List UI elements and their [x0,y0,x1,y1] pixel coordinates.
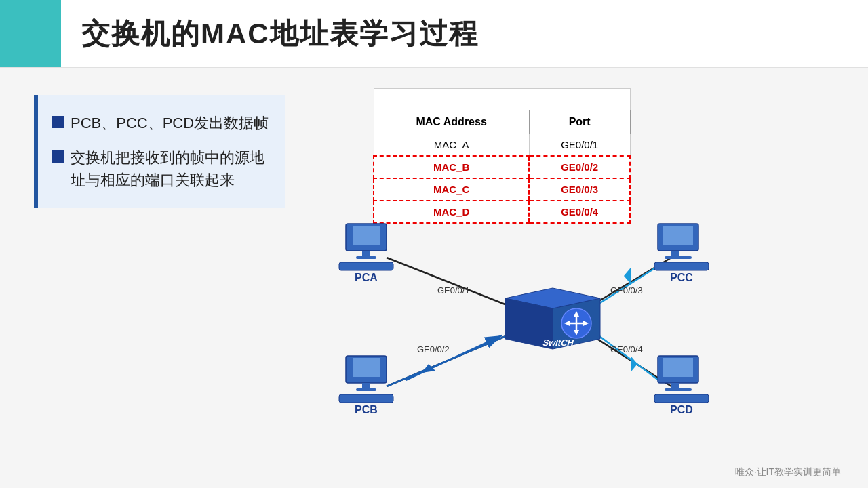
svg-rect-31 [362,383,370,388]
mac-row-1: MAC_A GE0/0/1 [374,134,630,157]
svg-rect-30 [353,358,380,377]
pcc-label: PCC [670,272,693,283]
pcb-label: PCB [355,404,378,415]
svg-marker-5 [624,268,631,284]
svg-rect-42 [665,388,692,391]
col-port: Port [529,110,630,134]
svg-rect-40 [663,358,693,377]
port-label-ge001: GE0/0/1 [437,285,470,296]
svg-rect-27 [356,256,376,259]
svg-rect-26 [362,251,370,256]
network-svg: SwItCH GE0/0/1 GE0/0/2 GE0/0/3 GE0/0/4 [305,220,780,451]
pcc-icon: PCC [654,224,709,283]
svg-line-10 [406,336,502,380]
bullet-item-1: PCB、PCC、PCD发出数据帧 [52,112,271,134]
switch-icon: SwItCH [505,288,600,349]
main-content: PCB、PCC、PCD发出数据帧 交换机把接收到的帧中的源地址与相应的端口关联起… [0,68,868,488]
pca-label: PCA [355,272,378,283]
svg-rect-28 [339,262,393,270]
pcb-icon: PCB [339,356,393,415]
svg-rect-41 [671,383,679,388]
svg-rect-32 [356,388,376,391]
mac-table-wrapper: MAC Address Table MAC Address Port MAC_A… [373,88,631,224]
bullet-text-1: PCB、PCC、PCD发出数据帧 [71,112,269,134]
header-accent [0,0,61,67]
port-label-ge004: GE0/0/4 [610,344,643,354]
mac-row-1-port: GE0/0/1 [529,134,630,157]
svg-rect-33 [339,394,393,403]
svg-rect-36 [671,251,679,256]
footer: 唯众·让IT教学实训更简单 [735,466,841,479]
svg-rect-25 [353,226,380,245]
svg-rect-37 [665,256,692,259]
pcd-icon: PCD [654,356,709,415]
bullet-icon-2 [52,150,64,163]
col-mac-address: MAC Address [374,110,529,134]
mac-row-2-mac: MAC_B [374,156,529,178]
mac-row-3-mac: MAC_C [374,178,529,201]
svg-line-0 [387,258,515,308]
bullet-icon-1 [52,116,64,128]
mac-row-3: MAC_C GE0/0/3 [374,178,630,201]
page-title: 交换机的MAC地址表学习过程 [61,0,479,67]
svg-line-12 [597,334,658,380]
svg-rect-38 [654,262,709,270]
mac-row-1-mac: MAC_A [374,134,529,157]
mac-row-2: MAC_B GE0/0/2 [374,156,630,178]
svg-text:SwItCH: SwItCH [542,338,575,348]
mac-table-title: MAC Address Table [374,89,630,110]
pcd-label: PCD [670,404,693,415]
port-label-ge003: GE0/0/3 [610,285,643,296]
header: 交换机的MAC地址表学习过程 [0,0,868,68]
bullet-text-2: 交换机把接收到的帧中的源地址与相应的端口关联起来 [71,146,271,191]
bullet-item-2: 交换机把接收到的帧中的源地址与相应的端口关联起来 [52,146,271,191]
mac-address-table: MAC Address Table MAC Address Port MAC_A… [373,88,631,224]
left-panel: PCB、PCC、PCD发出数据帧 交换机把接收到的帧中的源地址与相应的端口关联起… [34,95,285,208]
network-diagram: SwItCH GE0/0/1 GE0/0/2 GE0/0/3 GE0/0/4 [305,220,780,451]
pca-icon: PCA [339,224,393,283]
port-label-ge002: GE0/0/2 [417,344,450,354]
mac-row-2-port: GE0/0/2 [529,156,630,178]
footer-text: 唯众·让IT教学实训更简单 [735,466,841,477]
svg-rect-35 [663,226,693,245]
diagram-area: MAC Address Table MAC Address Port MAC_A… [305,88,834,474]
svg-rect-43 [654,394,709,403]
mac-row-3-port: GE0/0/3 [529,178,630,201]
